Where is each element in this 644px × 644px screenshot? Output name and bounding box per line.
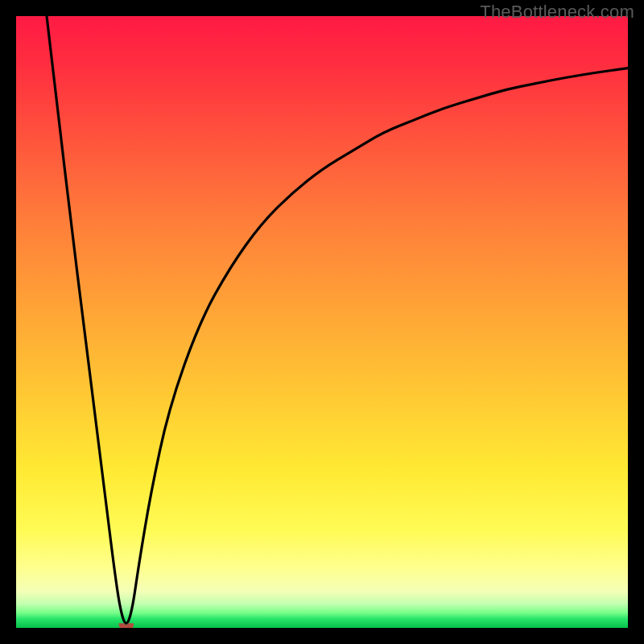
watermark-text: TheBottleneck.com xyxy=(480,2,634,23)
bottleneck-curve xyxy=(47,16,628,623)
curve-svg xyxy=(16,16,628,628)
chart-frame: TheBottleneck.com xyxy=(0,0,644,644)
plot-area xyxy=(16,16,628,628)
